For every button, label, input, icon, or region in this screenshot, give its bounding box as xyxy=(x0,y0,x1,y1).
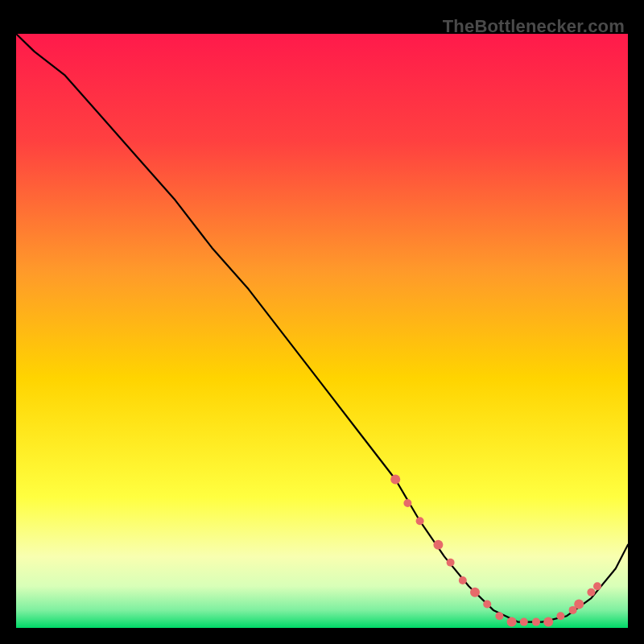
trough-dot xyxy=(587,588,595,597)
trough-dot xyxy=(593,582,601,590)
trough-dot xyxy=(495,612,503,620)
trough-dot xyxy=(416,517,424,525)
trough-dot xyxy=(447,559,455,567)
trough-dot xyxy=(574,600,584,609)
trough-dot xyxy=(459,576,467,584)
trough-dot xyxy=(390,475,400,485)
watermark-text: TheBottlenecker.com xyxy=(443,16,625,37)
trough-dot xyxy=(520,618,528,626)
trough-dot xyxy=(543,617,553,627)
trough-dot xyxy=(532,618,540,626)
plot-area xyxy=(16,34,628,628)
trough-dot xyxy=(433,540,443,550)
trough-dot xyxy=(403,499,411,507)
trough-dot xyxy=(507,617,517,627)
chart-frame: TheBottlenecker.com xyxy=(16,16,628,628)
chart-svg xyxy=(16,34,628,628)
trough-dot xyxy=(470,588,480,597)
trough-dot xyxy=(483,601,491,609)
trough-dot xyxy=(556,612,564,620)
